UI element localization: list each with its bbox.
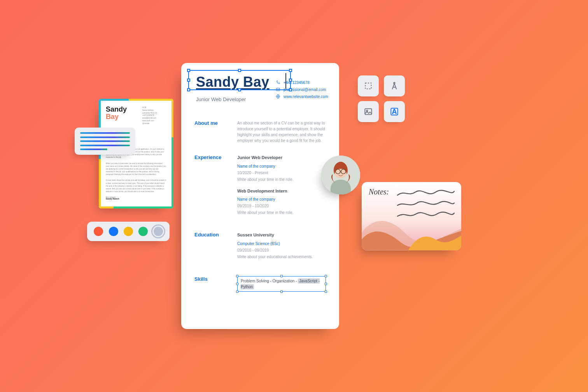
edu-desc: Write about your educational achievement… bbox=[237, 254, 326, 260]
cover-para: When you write a cover letter, be sure t… bbox=[106, 162, 166, 176]
notes-label: Notes: bbox=[369, 187, 389, 196]
notes-card[interactable]: Notes: bbox=[362, 182, 461, 250]
color-swatch-selected[interactable] bbox=[154, 227, 163, 236]
tool-image[interactable] bbox=[358, 101, 379, 122]
edu-program: Computer Science (BSc) bbox=[237, 241, 326, 247]
notes-illustration bbox=[362, 209, 461, 250]
about-body: An about me section of a CV can be a gre… bbox=[237, 120, 326, 144]
section-label-experience: Experience bbox=[194, 154, 229, 221]
job-dates: 09/2019 - 10/2020 bbox=[237, 203, 326, 209]
experience-body: Junior Web Developer Name of the company… bbox=[237, 154, 326, 221]
color-swatch-yellow[interactable] bbox=[124, 227, 133, 236]
section-label-education: Education bbox=[194, 232, 229, 265]
job-company: Name of the company bbox=[237, 163, 326, 169]
cover-meta: Hi Mr, Name Address Lancaster W1G 1X +44… bbox=[142, 107, 167, 125]
job-desc: Write about your time in the role. bbox=[237, 177, 326, 182]
editor-toolbar: A bbox=[358, 75, 405, 122]
globe-icon bbox=[276, 94, 280, 99]
job-company: Name of the company bbox=[237, 196, 326, 202]
text-selection-box[interactable] bbox=[188, 70, 291, 90]
section-label-about: About me bbox=[194, 120, 229, 144]
color-swatch-blue[interactable] bbox=[109, 227, 118, 236]
tool-text[interactable]: A bbox=[384, 101, 405, 122]
paragraph-widget[interactable] bbox=[75, 128, 135, 155]
cover-signature: Sandy Beech bbox=[106, 198, 119, 200]
svg-rect-4 bbox=[365, 108, 371, 114]
job-title: Junior Web Developer bbox=[237, 154, 326, 161]
edu-dates: 09/2016 - 09/2019 bbox=[237, 247, 326, 253]
edu-title: Sussex University bbox=[237, 232, 326, 238]
contact-website: www.relevantwebsite.com bbox=[284, 94, 328, 99]
avatar[interactable] bbox=[321, 156, 360, 194]
cover-body: A cover letter is an important part of y… bbox=[106, 148, 166, 199]
svg-rect-2 bbox=[365, 83, 371, 89]
job-desc: Write about your time in the role. bbox=[237, 210, 326, 215]
job-dates: 10/2020 - Present bbox=[237, 170, 326, 176]
color-swatch-red[interactable] bbox=[94, 227, 103, 236]
tool-compass[interactable] bbox=[384, 75, 405, 96]
education-body: Sussex University Computer Science (BSc)… bbox=[237, 232, 326, 265]
tool-bounding-box[interactable] bbox=[358, 75, 379, 96]
color-palette bbox=[87, 222, 170, 241]
text-line-icon bbox=[80, 136, 130, 138]
text-line-icon bbox=[80, 140, 130, 142]
job-title: Web Development Intern bbox=[237, 188, 326, 194]
cover-para: A cover letter should be concise and wel… bbox=[106, 179, 166, 193]
text-cursor bbox=[285, 73, 286, 89]
text-line-icon bbox=[80, 145, 130, 146]
color-swatch-green[interactable] bbox=[138, 227, 148, 236]
text-line-icon bbox=[80, 132, 130, 134]
skills-selection[interactable]: Problem Solving - Organization - JavaScr… bbox=[237, 276, 326, 292]
text-line-icon bbox=[80, 149, 107, 150]
resume-card: Sandy Bay Junior Web Developer +44712345… bbox=[181, 63, 339, 329]
skills-text-plain: Problem Solving - Organization - bbox=[241, 279, 298, 283]
section-label-skills: Skills bbox=[194, 276, 229, 292]
